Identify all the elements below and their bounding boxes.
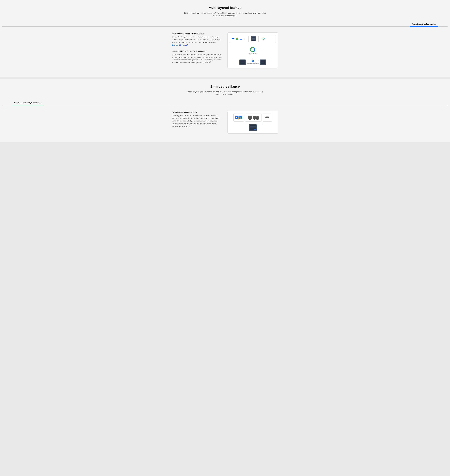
hyper-backup-box: ↺ Hyper Backup bbox=[248, 46, 257, 55]
full-backup-title: Perform full Synology system backups bbox=[172, 32, 223, 35]
surveillance-title: Smart surveillance bbox=[2, 85, 448, 88]
hyper-backup-icon: ↺ bbox=[250, 47, 255, 52]
drive-slot-3 bbox=[240, 62, 245, 63]
monitor-stand-lg bbox=[249, 119, 251, 120]
snapshot-arrow-row: ⟳ bbox=[248, 60, 258, 62]
hdd-slot-1 bbox=[252, 37, 255, 38]
arrow-line-left bbox=[248, 61, 251, 61]
snapshot-title: Protect folders and LUNs with snapshots bbox=[172, 50, 223, 52]
left-nas-device bbox=[239, 60, 246, 65]
surv-slot-2 bbox=[250, 127, 256, 127]
surv-slot-1 bbox=[250, 125, 256, 126]
aws-icon: aws bbox=[243, 38, 246, 40]
surv-nas-device bbox=[249, 124, 257, 131]
snapshot-desc: Configure efficient point-in-time snapsh… bbox=[172, 53, 223, 64]
snapshot-dot-icon: ⟳ bbox=[252, 60, 253, 62]
drive-slot-1 bbox=[240, 60, 245, 61]
drive-slot-r3 bbox=[261, 62, 265, 63]
surveillance-content: Synology Surveillance Station Protecting… bbox=[172, 109, 278, 136]
backup-section: Multi-layered backup Back up files, fold… bbox=[0, 0, 450, 77]
surveillance-header: Smart surveillance Transform your Synolo… bbox=[2, 85, 448, 96]
drive-slot-r4 bbox=[261, 63, 265, 64]
feature-snapshot: Protect folders and LUNs with snapshots … bbox=[172, 50, 223, 64]
feature-full-backup: Perform full Synology system backups Pro… bbox=[172, 32, 223, 46]
app-icon-blue-2: ⚡ bbox=[239, 116, 243, 119]
drive-slot-2 bbox=[240, 61, 245, 62]
backup-subtitle: Back up files, folders, physical devices… bbox=[184, 12, 266, 17]
surv-nas-indicator bbox=[254, 129, 256, 130]
monitor-group bbox=[248, 116, 259, 120]
hdd-cell bbox=[249, 35, 258, 43]
right-nas bbox=[260, 60, 266, 65]
surveillance-diagram: ▶ ! ⚡ bbox=[227, 111, 278, 133]
vertical-divider-2 bbox=[258, 36, 259, 42]
surv-top-devices: ▶ ! ⚡ bbox=[230, 114, 276, 122]
backup-title: Multi-layered backup bbox=[2, 6, 448, 10]
drive-slot-r1 bbox=[261, 60, 265, 61]
monitor-lg-wrap bbox=[248, 116, 252, 120]
app-notification: ! bbox=[237, 118, 239, 120]
backup-text-column: Perform full Synology system backups Pro… bbox=[172, 32, 223, 68]
surveillance-section: Smart surveillance Transform your Synolo… bbox=[0, 79, 450, 142]
surveillance-subtitle: Transform your Synology device into a fu… bbox=[184, 90, 266, 96]
monitor-stand-md bbox=[254, 119, 255, 120]
camera-card bbox=[263, 114, 272, 122]
surveillance-station-title: Synology Surveillance Station bbox=[172, 111, 223, 113]
tab-protect-synology[interactable]: Protect your Synology system bbox=[410, 22, 438, 27]
cloud-icons: ☁ aws bbox=[230, 36, 248, 42]
drive-slot-4 bbox=[240, 63, 245, 64]
generic-cloud-icon: ☁ bbox=[239, 37, 242, 40]
monitor-medium bbox=[253, 116, 256, 119]
arrow-line-right bbox=[255, 61, 258, 61]
feature-surveillance-station: Synology Surveillance Station Protecting… bbox=[172, 111, 223, 128]
surv-nas-wrap bbox=[249, 124, 257, 131]
svg-rect-8 bbox=[268, 116, 268, 117]
cloud-destinations-row: ☁ aws bbox=[230, 35, 276, 43]
snapshot-center: ⟳ Snapshot Replication bbox=[247, 60, 259, 64]
surveillance-tabs: Monitor and protect your business bbox=[2, 101, 448, 105]
synology-cloud-icon bbox=[261, 37, 265, 41]
google-drive-icon bbox=[236, 37, 238, 40]
app-icon-blue: ▶ ! bbox=[235, 116, 238, 119]
backup-tabs: Protect your Synology system bbox=[2, 22, 448, 27]
hdd-icon bbox=[251, 36, 256, 42]
snapshot-dot: ⟳ bbox=[252, 60, 254, 62]
c2-storage-link[interactable]: Synology C2 Storage bbox=[172, 44, 187, 46]
full-backup-desc: Protect all data, applications, and conf… bbox=[172, 36, 223, 46]
monitors-card bbox=[245, 114, 262, 122]
left-nas bbox=[239, 60, 246, 65]
dropbox-icon bbox=[232, 37, 235, 41]
surv-nas-row bbox=[230, 124, 276, 131]
synology-cloud-cell bbox=[259, 36, 268, 42]
app-icon-play: ⚡ bbox=[240, 117, 242, 119]
connector-2 bbox=[253, 55, 253, 58]
surv-connectors bbox=[230, 122, 276, 124]
tab-monitor-protect[interactable]: Monitor and protect your business bbox=[12, 101, 44, 105]
backup-content: Perform full Synology system backups Pro… bbox=[172, 30, 278, 71]
svg-marker-7 bbox=[265, 117, 266, 118]
hyper-backup-label: Hyper Backup bbox=[249, 53, 257, 54]
backup-diagram-box: ☁ aws bbox=[227, 32, 278, 68]
surveillance-text-column: Synology Surveillance Station Protecting… bbox=[172, 111, 223, 132]
snapshot-label: Snapshot Replication bbox=[247, 63, 259, 64]
app-icon-blue-symbol: ▶ bbox=[236, 117, 237, 119]
right-nas-device bbox=[260, 60, 266, 65]
monitor-mobile bbox=[256, 116, 259, 120]
connector-1 bbox=[253, 43, 253, 46]
snapshot-row: ⟳ Snapshot Replication bbox=[230, 58, 276, 66]
backup-diagram: ☁ aws bbox=[227, 32, 278, 68]
backup-header: Multi-layered backup Back up files, fold… bbox=[2, 6, 448, 17]
monitor-large bbox=[248, 116, 252, 119]
surv-diagram-box: ▶ ! ⚡ bbox=[227, 111, 278, 133]
app-icons-group: ▶ ! ⚡ bbox=[235, 116, 243, 119]
svg-point-6 bbox=[267, 117, 268, 118]
drive-slot-r2 bbox=[261, 61, 265, 62]
hdd-slot-2 bbox=[252, 39, 255, 39]
hdd-slot-3 bbox=[252, 40, 255, 41]
monitor-md-wrap bbox=[253, 116, 256, 120]
surveillance-station-desc: Protecting your business has never been … bbox=[172, 114, 223, 128]
app-icons-card: ▶ ! ⚡ bbox=[233, 114, 244, 122]
camera-icon bbox=[265, 115, 270, 120]
